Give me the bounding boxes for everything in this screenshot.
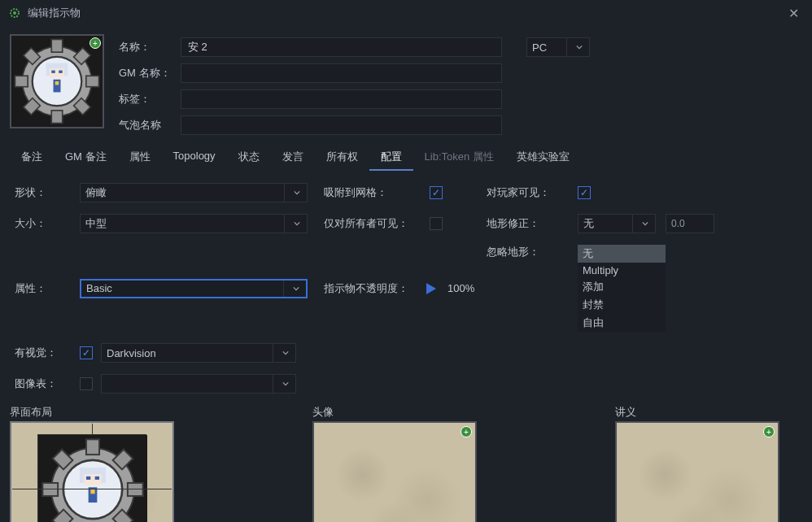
terrain-mod-value: 无 (583, 216, 594, 231)
name-label: 名称： (119, 40, 172, 54)
size-select[interactable]: 中型 (80, 214, 308, 233)
chevron-down-icon (283, 281, 301, 297)
vision-checkbox[interactable] (80, 346, 93, 359)
tab-gm-notes[interactable]: GM 备注 (54, 145, 118, 171)
type-value: PC (532, 41, 547, 54)
owner-only-checkbox[interactable] (430, 217, 443, 230)
tab-hero-lab[interactable]: 英雄实验室 (505, 145, 581, 171)
window-title: 编辑指示物 (28, 6, 784, 20)
tab-state[interactable]: 状态 (227, 145, 271, 171)
owner-only-label: 仅对所有者可见： (324, 216, 421, 231)
close-icon[interactable]: ✕ (784, 6, 804, 21)
tags-input[interactable] (181, 89, 502, 109)
add-handout-icon[interactable]: + (763, 426, 775, 437)
shape-select[interactable]: 俯瞰 (80, 183, 308, 202)
ignore-terrain-option[interactable]: 自由 (578, 314, 666, 332)
opacity-label: 指示物不透明度： (324, 281, 421, 296)
tab-bar: 备注 GM 备注 属性 Topology 状态 发言 所有权 配置 Lib:To… (0, 138, 812, 172)
visible-checkbox[interactable] (578, 186, 591, 199)
chevron-down-icon (273, 344, 290, 362)
property-value: Basic (86, 282, 112, 294)
vision-label: 有视觉： (15, 346, 72, 360)
handout-preview[interactable]: + (615, 421, 779, 522)
layout-preview-label: 界面布局 (10, 405, 174, 420)
add-portrait-icon[interactable]: + (461, 426, 472, 437)
image-table-checkbox[interactable] (80, 377, 93, 390)
name-input[interactable] (181, 37, 502, 57)
ignore-terrain-option[interactable]: 无 (578, 245, 666, 263)
image-table-label: 图像表： (15, 376, 72, 391)
tab-properties[interactable]: 属性 (118, 145, 162, 171)
tab-config[interactable]: 配置 (369, 145, 413, 171)
terrain-mod-label: 地形修正： (487, 216, 568, 231)
ignore-terrain-label: 忽略地形： (487, 245, 568, 259)
tab-notes[interactable]: 备注 (10, 145, 54, 171)
tab-lib-token[interactable]: Lib:Token 属性 (413, 145, 505, 171)
chevron-down-icon (273, 375, 290, 393)
snap-checkbox[interactable] (430, 186, 443, 199)
ignore-terrain-option[interactable]: Multiply (578, 263, 666, 278)
opacity-value: 100% (447, 282, 474, 294)
tab-speech[interactable]: 发言 (271, 145, 315, 171)
shape-label: 形状： (15, 185, 72, 200)
opacity-slider[interactable] (426, 283, 443, 294)
property-select[interactable]: Basic (80, 279, 308, 298)
layout-preview[interactable] (10, 421, 174, 522)
handout-preview-label: 讲义 (615, 405, 779, 420)
chevron-down-icon (566, 38, 584, 56)
chevron-down-icon (284, 184, 302, 202)
tab-topology[interactable]: Topology (162, 145, 227, 171)
bubble-input[interactable] (181, 115, 502, 135)
terrain-mod-number[interactable] (666, 214, 714, 233)
ignore-terrain-option[interactable]: 添加 (578, 278, 666, 296)
bubble-label: 气泡名称 (119, 118, 172, 133)
vision-select[interactable]: Darkvision (101, 343, 296, 363)
shape-value: 俯瞰 (85, 185, 107, 200)
ignore-terrain-listbox[interactable]: 无 Multiply 添加 封禁 自由 (578, 245, 666, 332)
tags-label: 标签： (119, 92, 172, 107)
size-value: 中型 (85, 216, 107, 231)
prop-label: 属性： (15, 281, 72, 296)
snap-label: 吸附到网格： (324, 185, 421, 200)
app-icon (8, 7, 21, 20)
add-image-icon[interactable]: + (89, 37, 101, 49)
portrait-preview-label: 头像 (312, 405, 477, 420)
token-image[interactable]: + (10, 34, 104, 128)
portrait-preview[interactable]: + (312, 421, 477, 522)
gm-name-label: GM 名称： (119, 66, 172, 80)
ignore-terrain-option[interactable]: 封禁 (578, 296, 666, 314)
tab-ownership[interactable]: 所有权 (315, 145, 369, 171)
chevron-down-icon (632, 215, 650, 233)
vision-value: Darkvision (107, 347, 156, 359)
image-table-select[interactable] (101, 374, 296, 394)
gm-name-input[interactable] (181, 63, 502, 83)
chevron-down-icon (284, 215, 302, 233)
visible-label: 对玩家可见： (487, 185, 568, 200)
size-label: 大小： (15, 216, 72, 231)
terrain-mod-select[interactable]: 无 (578, 214, 656, 233)
type-select[interactable]: PC (526, 37, 590, 57)
